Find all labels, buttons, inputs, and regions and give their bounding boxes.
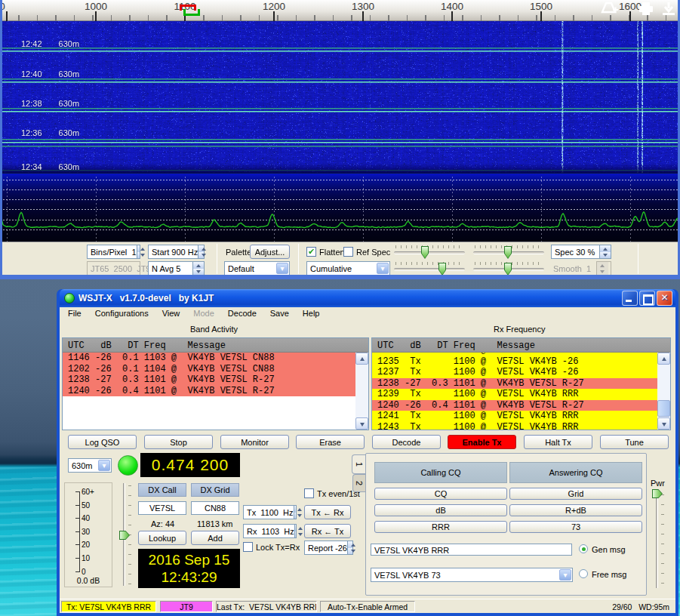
dropdown-arrow-icon[interactable]: ▾ [559, 569, 571, 581]
menu-configurations[interactable]: Configurations [88, 307, 155, 320]
close-button[interactable] [657, 291, 672, 306]
free-msg-radio[interactable] [579, 569, 588, 578]
slider1-track[interactable] [394, 251, 465, 254]
menu-help[interactable]: Help [296, 307, 327, 320]
decode-button[interactable]: Decode [372, 435, 441, 449]
band-activity-scrollbar[interactable] [355, 353, 368, 430]
stop-button[interactable]: Stop [144, 435, 213, 449]
rx-freq-spinner[interactable]: Rx 1103 Hz [243, 524, 297, 538]
n-avg-spinner[interactable]: N Avg 5 [148, 261, 205, 276]
pwr-slider-track[interactable] [656, 491, 658, 588]
spec-percent-spinner[interactable]: Spec 30 % [551, 245, 611, 259]
drive-plus-icon[interactable] [600, 2, 618, 16]
add-button[interactable]: Add [191, 531, 239, 545]
log-qso-button[interactable]: Log QSO [68, 435, 137, 449]
table-row[interactable]: 1243 Tx 1100 @ VE7SL VK4YB RRR [372, 422, 657, 430]
free-msg-combo[interactable]: VE7SL VK4YB 73▾ [371, 568, 573, 582]
band-activity-body[interactable]: 1146 -26 0.1 1103 @ VK4YB VE7SL CN881202… [63, 353, 355, 430]
tab-2[interactable]: 2 [352, 474, 366, 492]
rx-from-tx-button[interactable]: Rx ← Tx [304, 524, 351, 538]
msg-button-cq[interactable]: CQ [374, 488, 507, 500]
lookup-button[interactable]: Lookup [138, 531, 186, 545]
dropdown-arrow-icon[interactable]: ▾ [276, 263, 288, 274]
msg-button-r+db[interactable]: R+dB [509, 504, 642, 516]
band-combo[interactable]: 630m▾ [68, 458, 112, 473]
display-mode-combo[interactable]: Cumulative▾ [306, 261, 390, 276]
table-row[interactable]: 1202 -26 0.1 1104 @ VK4YB VE7SL CN88 [63, 364, 355, 375]
start-freq-spinner[interactable]: Start 900 Hz [148, 245, 205, 259]
band-activity-table: UTC dB DT Freq Message 1146 -26 0.1 1103… [62, 337, 369, 430]
table-row[interactable]: 1241 Tx 1100 @ VE7SL VK4YB RRR [372, 411, 657, 422]
tx-freq-spinner[interactable]: Tx 1100 Hz [243, 505, 297, 519]
tx-from-rx-button[interactable]: Tx ← Rx [304, 505, 351, 519]
table-row[interactable]: 1239 Tx 1100 @ VE7SL VK4YB RRR [372, 389, 657, 400]
flatten-label: Flatten [319, 248, 345, 257]
lock-txrx-checkbox[interactable] [243, 542, 253, 552]
printer-icon[interactable] [638, 2, 654, 16]
gen-msg-input[interactable]: VE7SL VK4YB RRR [371, 544, 572, 556]
table-row[interactable]: 1238 -27 0.3 1101 @ VK4YB VE7SL R-27 [63, 374, 355, 386]
rx-freq-marker[interactable] [183, 9, 200, 16]
scroll-up-icon[interactable] [657, 353, 670, 365]
slider3-handle[interactable] [438, 263, 446, 276]
table-row[interactable]: 1237 Tx 1100 @ VE7SL VK4YB -26 [372, 367, 657, 378]
table-row[interactable]: 1235 Tx 1100 @ VE7SL VK4YB -26 [372, 356, 657, 368]
spin-buttons[interactable] [294, 506, 296, 519]
halt-tx-button[interactable]: Halt Tx [524, 435, 592, 449]
tab-1[interactable]: 1 [352, 454, 366, 474]
dropdown-arrow-icon[interactable]: ▾ [98, 460, 110, 471]
spin-buttons[interactable] [198, 245, 204, 258]
freq-scale-label: 1400 [441, 1, 463, 12]
menu-decode[interactable]: Decode [221, 307, 263, 320]
msg-button-grid[interactable]: Grid [509, 488, 642, 500]
spin-buttons[interactable] [192, 262, 204, 275]
monitor-button[interactable]: Monitor [220, 435, 289, 449]
tx-even-checkbox[interactable] [304, 488, 314, 498]
spin-buttons[interactable] [294, 525, 296, 537]
maximize-button[interactable] [639, 291, 655, 306]
scroll-down-icon[interactable] [657, 417, 670, 430]
palette-combo[interactable]: Default▾ [224, 261, 290, 276]
spin-buttons[interactable] [347, 541, 352, 554]
table-row[interactable]: 1240 -26 0.4 1101 @ VK4YB VE7SL R-27 [372, 400, 657, 411]
menu-file[interactable]: File [61, 307, 88, 320]
msg-button-db[interactable]: dB [374, 504, 507, 516]
minimize-button[interactable] [622, 291, 638, 306]
gen-msg-radio[interactable] [579, 544, 588, 553]
spin-buttons[interactable] [137, 245, 140, 258]
title-bar[interactable]: WSJT-X v1.7.0-devel by K1JT [60, 289, 675, 307]
status-panel: Tx: VE7SL VK4YB RRR [61, 601, 156, 612]
report-spinner[interactable]: Report -26 [304, 541, 353, 555]
slider1-handle[interactable] [421, 246, 429, 259]
scroll-down-icon[interactable] [355, 417, 368, 430]
table-row[interactable]: 1146 -26 0.1 1103 @ VK4YB VE7SL CN88 [63, 353, 355, 364]
msg-button-73[interactable]: 73 [509, 521, 642, 533]
dx-call-field[interactable]: VE7SL [138, 501, 186, 515]
msg-button-rrr[interactable]: RRR [374, 521, 507, 533]
menu-mode[interactable]: Mode [186, 307, 221, 320]
band-activity-header: UTC dB DT Freq Message [63, 338, 368, 353]
tune-button[interactable]: Tune [600, 435, 669, 449]
scroll-thumb[interactable] [657, 400, 670, 417]
erase-button[interactable]: Erase [296, 435, 365, 449]
menu-view[interactable]: View [155, 307, 187, 320]
waterfall-display[interactable] [0, 21, 680, 174]
spin-buttons[interactable] [599, 245, 611, 258]
dx-grid-field[interactable]: CN88 [191, 501, 239, 515]
dropdown-arrow-icon[interactable]: ▾ [377, 263, 389, 274]
table-row[interactable]: 1238 -27 0.3 1101 @ VK4YB VE7SL R-27 [372, 378, 657, 390]
rx-frequency-body[interactable]: 1233 Tx 1100 @ VE7SL VK4YB -261235 Tx 11… [372, 353, 657, 430]
ref-spec-checkbox[interactable] [343, 247, 353, 257]
table-row[interactable]: 1240 -26 0.4 1101 @ VK4YB VE7SL R-27 [63, 386, 355, 397]
menu-save[interactable]: Save [263, 307, 296, 320]
enable-tx-button[interactable]: Enable Tx [448, 435, 516, 449]
bins-pixel-spinner[interactable]: Bins/Pixel 1 [87, 245, 140, 259]
slider2-handle[interactable] [504, 246, 512, 259]
rx-frequency-scrollbar[interactable] [657, 353, 670, 430]
scroll-up-icon[interactable] [355, 353, 368, 365]
adjust-button[interactable]: Adjust... [250, 245, 290, 259]
flatten-checkbox[interactable] [306, 247, 316, 257]
slider4-handle[interactable] [504, 263, 512, 276]
download-icon[interactable] [661, 2, 676, 16]
slider3-track[interactable] [394, 268, 465, 271]
